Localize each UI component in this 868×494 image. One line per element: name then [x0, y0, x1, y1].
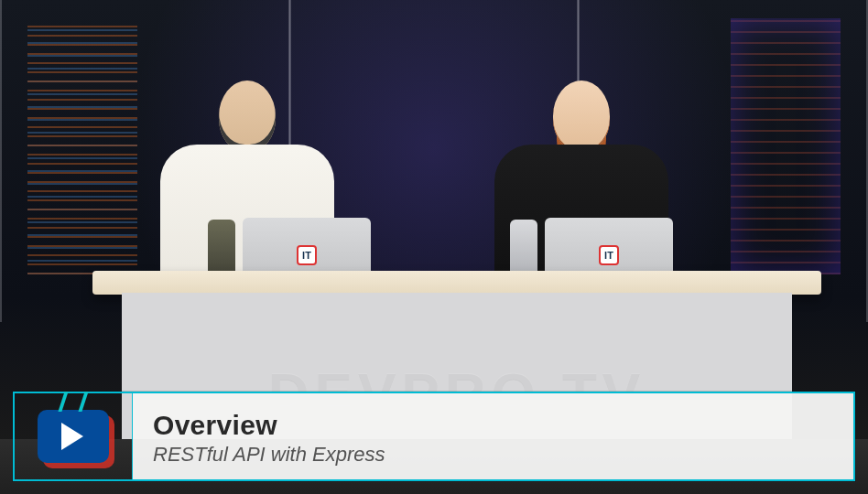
logo-badge: IT: [297, 245, 317, 265]
title-bar: Overview RESTful API with Express: [132, 393, 853, 479]
lower-third: Overview RESTful API with Express: [13, 392, 855, 481]
channel-logo: [15, 393, 132, 479]
server-rack-left: [27, 18, 137, 274]
logo-badge: IT: [599, 245, 619, 265]
play-icon: [61, 423, 83, 450]
server-rack-right: [731, 18, 841, 274]
tv-play-icon: [38, 410, 109, 463]
lower-third-subtitle: RESTful API with Express: [153, 443, 833, 467]
video-frame: IT IT DEVPRO.TV Overview RESTful API wit…: [0, 0, 868, 494]
lower-third-title: Overview: [153, 410, 833, 441]
